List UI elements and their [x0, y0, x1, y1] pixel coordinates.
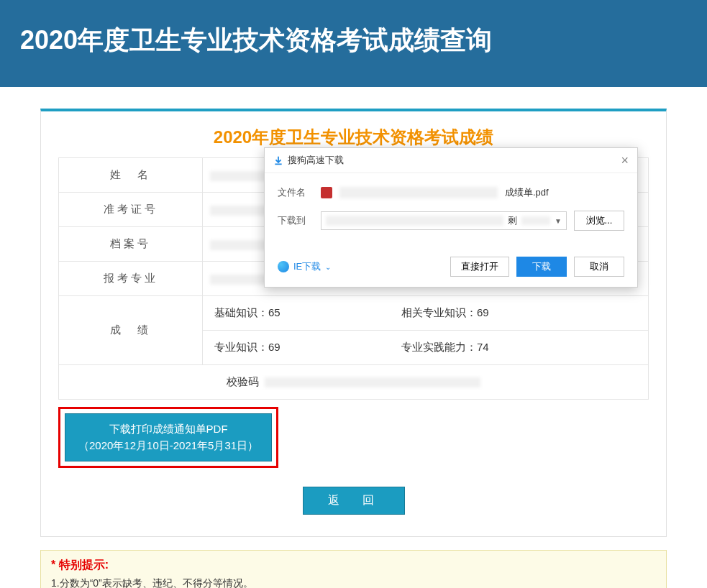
download-dialog: 搜狗高速下载 × 文件名 成绩单.pdf 下载到 剩 ▼ [264, 147, 638, 288]
download-icon [273, 155, 283, 165]
downloadto-label: 下载到 [278, 214, 314, 227]
ie-icon [278, 261, 289, 272]
label-file-no: 档案号 [59, 227, 203, 262]
label-major: 报考专业 [59, 262, 203, 296]
pdf-button-highlight: 下载打印成绩通知单PDF （2020年12月10日-2021年5月31日） [58, 407, 278, 468]
filename-suffix: 成绩单.pdf [505, 186, 549, 199]
download-button[interactable]: 下载 [516, 257, 567, 277]
label-check: 校验码 [227, 375, 259, 387]
row-score: 成 绩 基础知识：65 相关专业知识：69 [59, 296, 649, 331]
remaining-prefix: 剩 [508, 214, 517, 227]
download-pdf-button[interactable]: 下载打印成绩通知单PDF （2020年12月10日-2021年5月31日） [65, 413, 272, 461]
ie-download-link[interactable]: IE下载 ⌄ [278, 260, 331, 273]
filename-blur [339, 187, 498, 198]
result-card: 2020年度卫生专业技术资格考试成绩 姓 名 准考证号 档案号 报考专业 成 绩 [40, 109, 667, 537]
download-path-select[interactable]: 剩 ▼ [321, 211, 567, 230]
chevron-down-icon: ⌄ [325, 263, 331, 271]
close-icon[interactable]: × [621, 154, 629, 167]
filename-row: 文件名 成绩单.pdf [278, 186, 624, 199]
notice-head: * 特别提示: [51, 558, 656, 573]
cancel-button[interactable]: 取消 [574, 257, 624, 277]
score-pro: 专业知识：69 [214, 341, 358, 354]
score-practice: 专业实践能力：74 [401, 341, 545, 354]
notice-box: * 特别提示: 1.分数为“0”表示缺考、违纪、不得分等情况。 2.请在规定时间… [40, 550, 667, 588]
downloadto-row: 下载到 剩 ▼ 浏览... [278, 211, 624, 231]
dialog-title: 搜狗高速下载 [288, 154, 344, 167]
score-basic: 基础知识：65 [214, 306, 358, 320]
score-related: 相关专业知识：69 [401, 306, 545, 320]
dialog-titlebar: 搜狗高速下载 × [265, 148, 637, 173]
row-check: 校验码 [59, 365, 649, 400]
card-title: 2020年度卫生专业技术资格考试成绩 [58, 126, 649, 149]
open-direct-button[interactable]: 直接打开 [450, 257, 509, 277]
banner-title: 2020年度卫生专业技术资格考试成绩查询 [20, 25, 492, 55]
label-score: 成 绩 [59, 296, 203, 365]
pdf-icon [321, 187, 332, 198]
label-name: 姓 名 [59, 158, 203, 193]
back-button[interactable]: 返 回 [303, 487, 405, 515]
browse-button[interactable]: 浏览... [574, 211, 624, 231]
page-banner: 2020年度卫生专业技术资格考试成绩查询 [0, 0, 707, 87]
label-ticket: 准考证号 [59, 193, 203, 227]
notice-line-1: 1.分数为“0”表示缺考、违纪、不得分等情况。 [51, 577, 656, 588]
content: 2020年度卫生专业技术资格考试成绩 姓 名 准考证号 档案号 报考专业 成 绩 [0, 87, 707, 588]
filename-label: 文件名 [278, 186, 314, 199]
chevron-down-icon: ▼ [555, 217, 562, 225]
